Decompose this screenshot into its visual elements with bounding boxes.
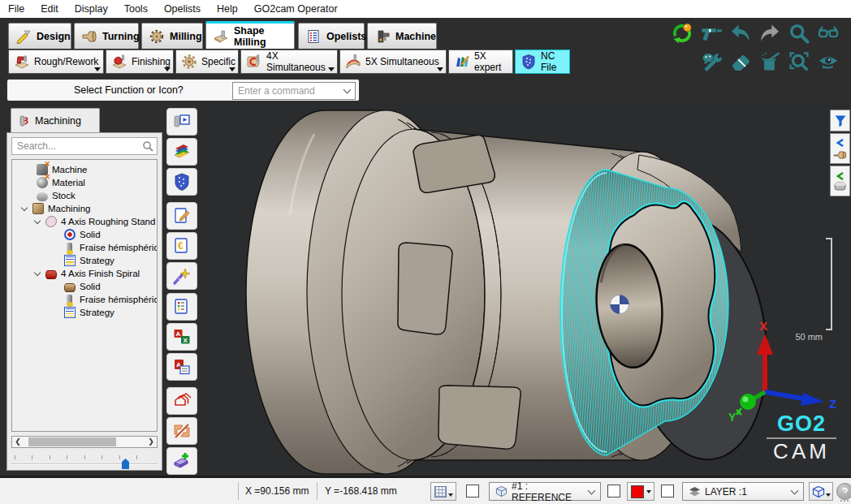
menu-tools[interactable]: Tools <box>116 3 156 15</box>
finishing-button[interactable]: Finishing <box>106 50 174 74</box>
tree-item-finish-op[interactable]: 4 Axis Finish Spiral <box>12 267 157 280</box>
menu-opelists[interactable]: Opelists <box>156 3 209 15</box>
axes-triad: X Z Y <box>712 319 842 424</box>
add-solid-button[interactable] <box>166 447 197 475</box>
pdf-excel-export-button[interactable]: A X <box>166 323 197 351</box>
workshop-button[interactable] <box>166 387 197 415</box>
menu-help[interactable]: Help <box>209 3 246 15</box>
tab-design[interactable]: Design <box>8 23 71 49</box>
tab-machine[interactable]: Machine <box>367 23 437 49</box>
rendering-button[interactable] <box>166 138 197 166</box>
chevron-left-green-icon <box>835 172 846 180</box>
slider-track[interactable] <box>11 463 158 465</box>
magic-tool-button[interactable] <box>166 262 197 290</box>
grid-button[interactable] <box>430 482 456 501</box>
tree-item-solid[interactable]: Solid <box>12 280 157 293</box>
toggle-geometry-button[interactable] <box>166 417 197 445</box>
undo-icon[interactable] <box>729 22 752 45</box>
pdf-export-button[interactable]: A <box>166 353 197 381</box>
tree-item-material[interactable]: Material <box>12 176 157 189</box>
report-document-button[interactable] <box>166 293 197 321</box>
rough-rework-button[interactable]: Rough/Rework <box>8 50 104 74</box>
4x-simultaneous-button[interactable]: 4X Simultaneous <box>240 50 338 74</box>
tree-item-tool[interactable]: Fraise hémisphériq <box>12 241 157 254</box>
expander-icon[interactable] <box>34 218 41 224</box>
layers-icon <box>689 486 701 498</box>
svg-text:A: A <box>176 330 181 338</box>
tree-item-roughing-op[interactable]: 4 Axis Roughing Stand <box>12 215 157 228</box>
svg-text:X: X <box>184 337 188 344</box>
shape-milling-icon <box>213 29 229 44</box>
sync-icon[interactable] <box>671 22 693 45</box>
caliper-icon[interactable] <box>700 22 723 45</box>
tree-item-strategy[interactable]: Strategy <box>12 306 157 319</box>
menu-file[interactable]: File <box>0 3 32 15</box>
dropdown-arrow-icon <box>164 67 171 71</box>
eraser-icon[interactable] <box>729 50 752 73</box>
scroll-left-icon[interactable]: ❮ <box>12 437 24 447</box>
tree-horizontal-scrollbar[interactable]: ❮ ❯ <box>11 436 158 448</box>
tab-turning[interactable]: Turning <box>74 23 139 49</box>
tool-icon <box>67 295 72 304</box>
nc-shield-icon <box>172 172 192 192</box>
machining-panel-body: Machine Material Stock Machining <box>6 132 162 471</box>
edit-document-button[interactable] <box>166 202 197 230</box>
menu-go2cam-operator[interactable]: GO2cam Operator <box>246 3 346 15</box>
layer-visibility-checkbox[interactable] <box>661 485 674 498</box>
magic-bin-icon[interactable] <box>758 50 781 73</box>
view-cube-button[interactable] <box>809 482 833 501</box>
expander-icon[interactable] <box>21 205 28 211</box>
specific-button[interactable]: Specific <box>175 50 239 74</box>
add-solid-icon <box>172 451 192 471</box>
tab-milling[interactable]: Milling <box>141 23 203 49</box>
5x-simultaneous-icon <box>345 54 361 70</box>
reference-visibility-checkbox[interactable] <box>466 485 479 498</box>
finishing-icon <box>111 54 127 70</box>
filter-button[interactable] <box>830 110 850 131</box>
5x-expert-button[interactable]: 5X expert <box>448 50 513 74</box>
tree-item-machining[interactable]: Machining <box>12 202 157 215</box>
color-apply-checkbox[interactable] <box>607 485 620 498</box>
tab-opelists[interactable]: Opelists <box>298 23 365 49</box>
transparency-slider[interactable] <box>11 455 158 470</box>
search-input[interactable] <box>11 137 158 155</box>
zoom-icon[interactable] <box>788 22 810 45</box>
tree-item-label: Machine <box>52 165 87 174</box>
expander-icon[interactable] <box>34 269 41 276</box>
resize-grip[interactable] <box>840 493 849 502</box>
color-picker-button[interactable] <box>627 482 654 501</box>
scroll-right-icon[interactable]: ❯ <box>145 437 157 447</box>
simulation-button[interactable] <box>166 108 197 136</box>
5x-simultaneous-button[interactable]: 5X Simultaneous <box>339 50 447 74</box>
layer-combobox[interactable]: LAYER :1 <box>682 482 804 501</box>
tab-shape-milling[interactable]: Shape Milling <box>205 21 295 49</box>
tab-label: Machine <box>395 31 436 42</box>
tree-item-solid[interactable]: Solid <box>12 228 157 241</box>
machining-panel-tab[interactable]: Machining <box>11 108 100 132</box>
menu-edit[interactable]: Edit <box>32 3 67 15</box>
dropdown-arrow-icon <box>229 67 235 71</box>
zoom-fit-icon[interactable] <box>788 50 810 73</box>
command-combobox[interactable]: Enter a command <box>232 82 356 100</box>
cost-document-button[interactable]: € <box>166 232 197 260</box>
slider-thumb[interactable] <box>122 459 129 469</box>
nc-shield-button[interactable] <box>166 168 197 196</box>
scrollbar-thumb[interactable] <box>28 437 116 446</box>
tree-item-tool[interactable]: Fraise hémisphériq <box>12 293 157 306</box>
show-stock-button[interactable] <box>830 166 850 196</box>
tree-item-machine[interactable]: Machine <box>12 163 157 176</box>
machining-icon <box>32 203 44 214</box>
reference-combobox[interactable]: #1 : REFERENCE <box>489 482 601 501</box>
show-part-button[interactable] <box>830 133 850 164</box>
tree-item-strategy[interactable]: Strategy <box>12 254 157 267</box>
menu-display[interactable]: Display <box>67 3 116 15</box>
visibility-icon[interactable] <box>817 50 840 73</box>
glasses-icon[interactable] <box>817 22 840 45</box>
3d-viewport[interactable]: 50 mm X Z Y GO2 CAM <box>201 101 851 475</box>
tree-item-stock[interactable]: Stock <box>12 189 157 202</box>
nc-file-button[interactable]: NC File <box>515 50 570 74</box>
simulation-icon <box>172 112 192 131</box>
redo-icon[interactable] <box>758 22 781 45</box>
5x-expert-icon <box>454 54 470 70</box>
tools-icon[interactable] <box>700 50 723 73</box>
